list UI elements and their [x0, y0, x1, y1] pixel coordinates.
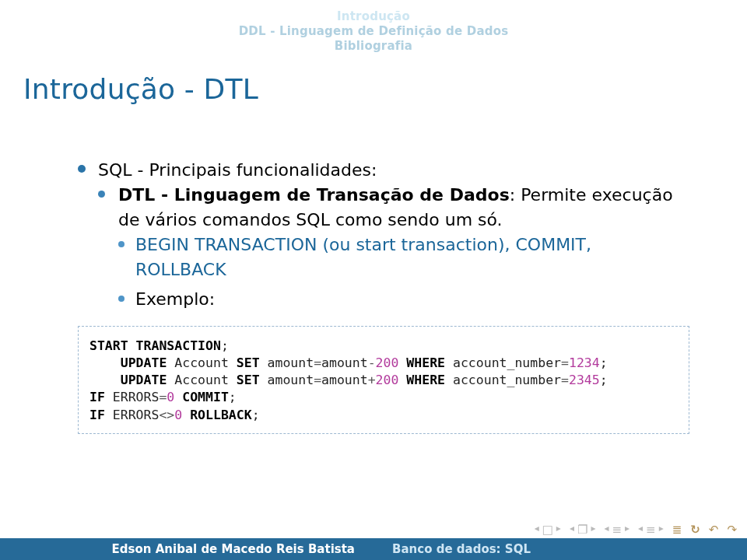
code-op: = [314, 373, 321, 387]
bullet-l2: DTL - Linguagem de Transação de Dados: P… [98, 183, 677, 311]
header-sections: Introdução DDL - Linguagem de Definição … [0, 0, 747, 53]
code-text: ; [229, 390, 237, 404]
nav-doc-icon[interactable]: ≣ [672, 523, 683, 537]
nav-sub-fwd-icon[interactable]: ▸ [625, 523, 630, 537]
code-text: account_number [445, 373, 561, 387]
bullet-l1-text: SQL - Principais funcionalidades: [98, 160, 377, 180]
bullet-l2-label: DTL - Linguagem de Transação de Dados [118, 185, 510, 205]
code-kw: SET [237, 373, 260, 387]
nav-sub-icon[interactable]: ≡ [612, 523, 622, 537]
header-line-2: DDL - Linguagem de Definição de Dados [0, 24, 747, 39]
code-op: = [561, 373, 569, 387]
bullet-l3a: BEGIN TRANSACTION (ou start transaction)… [118, 233, 677, 282]
nav-frame-back-icon[interactable]: ◂ [570, 523, 575, 537]
code-text: account_number [445, 355, 561, 370]
code-text: Account [167, 373, 236, 387]
nav-slide-back-icon[interactable]: ◂ [535, 523, 540, 537]
nav-sub-back-icon[interactable]: ◂ [604, 523, 609, 537]
footer-author: Edson Anibal de Macedo Reis Batista [0, 542, 374, 556]
code-kw: COMMIT [182, 390, 229, 404]
code-kw: IF [89, 408, 105, 422]
header-line-3: Bibliografia [0, 39, 747, 54]
nav-sec-icon[interactable]: ≡ [646, 523, 657, 537]
nav-loop-icon[interactable]: ↻ [690, 523, 701, 537]
code-text: Account [167, 355, 236, 370]
code-kw: WHERE [406, 355, 445, 370]
nav-sec-fwd-icon[interactable]: ▸ [659, 523, 665, 537]
bullet-l3b-text: Exemplo: [135, 289, 215, 309]
code-text: ; [252, 408, 260, 422]
code-op: = [314, 355, 321, 370]
code-op: <> [159, 408, 174, 422]
code-number: 0 [167, 390, 174, 404]
code-number: 200 [376, 373, 399, 387]
code-text: amount [260, 355, 314, 370]
footer-bar: Edson Anibal de Macedo Reis Batista Banc… [0, 538, 747, 560]
nav-frame[interactable]: ◂ ❐ ▸ [570, 523, 597, 537]
code-kw: UPDATE [121, 373, 167, 387]
nav-sec-back-icon[interactable]: ◂ [638, 523, 644, 537]
code-text: ERRORS [105, 408, 160, 422]
frame-title: Introdução - DTL [0, 53, 747, 111]
code-number: 2345 [569, 373, 600, 387]
beamer-nav-symbols[interactable]: ◂ □ ▸ ◂ ❐ ▸ ◂ ≡ ▸ ◂ ≡ ▸ ≣ ↻ ↶ ↷ [535, 523, 738, 537]
code-kw: WHERE [406, 373, 445, 387]
code-op: = [561, 355, 569, 370]
code-op: + [368, 373, 376, 387]
code-text: amount [260, 373, 314, 387]
code-text: amount [321, 373, 368, 387]
code-indent [89, 373, 121, 387]
code-text [398, 373, 406, 387]
nav-slide[interactable]: ◂ □ ▸ [535, 523, 562, 537]
code-kw: UPDATE [121, 355, 167, 370]
code-number: 200 [376, 355, 399, 370]
code-text: ; [600, 373, 608, 387]
nav-slide-fwd-icon[interactable]: ▸ [556, 523, 562, 537]
code-example: START TRANSACTION; UPDATE Account SET am… [78, 326, 689, 434]
code-text: ; [221, 338, 229, 353]
code-indent [89, 355, 121, 370]
bullet-l3a-text: BEGIN TRANSACTION (ou start transaction)… [135, 235, 591, 279]
code-kw: SET [237, 355, 260, 370]
bullet-l3b: Exemplo: [118, 287, 677, 312]
code-text: ERRORS [105, 390, 160, 404]
code-op: = [159, 390, 167, 404]
code-text [398, 355, 406, 370]
code-op: - [368, 355, 376, 370]
footer-title: Banco de dados: SQL [374, 542, 747, 556]
code-text: amount [321, 355, 368, 370]
nav-undo-icon[interactable]: ↶ [709, 523, 720, 537]
nav-subsection[interactable]: ◂ ≡ ▸ [604, 523, 630, 537]
code-kw: START [89, 338, 128, 353]
code-kw: TRANSACTION [136, 338, 221, 353]
nav-section[interactable]: ◂ ≡ ▸ [638, 523, 665, 537]
slide-content: SQL - Principais funcionalidades: DTL - … [0, 111, 747, 434]
nav-frame-fwd-icon[interactable]: ▸ [591, 523, 596, 537]
bullet-l1: SQL - Principais funcionalidades: DTL - … [78, 158, 677, 311]
code-text [182, 408, 190, 422]
code-text [174, 390, 182, 404]
code-text: ; [600, 355, 608, 370]
code-kw: IF [89, 390, 105, 404]
code-number: 0 [174, 408, 182, 422]
nav-redo-icon[interactable]: ↷ [727, 523, 738, 537]
code-kw: ROLLBACK [190, 408, 251, 422]
code-number: 1234 [569, 355, 600, 370]
header-line-1: Introdução [0, 9, 747, 24]
nav-slide-icon[interactable]: □ [542, 523, 554, 537]
nav-frame-icon[interactable]: ❐ [577, 523, 588, 537]
